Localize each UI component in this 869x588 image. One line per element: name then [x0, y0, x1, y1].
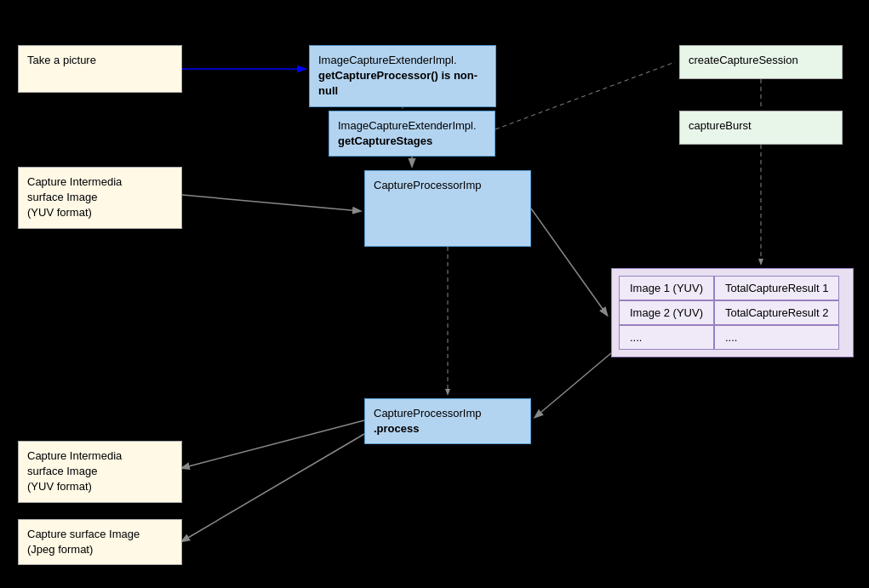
- get-capture-stages-node: ImageCaptureExtenderImpl. getCaptureStag…: [329, 111, 495, 157]
- capture-burst-node: captureBurst: [679, 111, 843, 145]
- get-capture-processor-node: ImageCaptureExtenderImpl. getCaptureProc…: [309, 45, 496, 107]
- svg-line-2: [495, 62, 675, 129]
- capture-surface-line2: (Jpeg format): [27, 543, 93, 556]
- capture-processor-imp2-line2: .process: [374, 422, 419, 435]
- capture-processor-imp2-line1: CaptureProcessorImp: [374, 407, 481, 420]
- purple-cell-2-1: Image 2 (YUV): [619, 300, 714, 325]
- capture-processor-imp1-label: CaptureProcessorImp: [374, 179, 481, 191]
- capture-processor-imp2-node: CaptureProcessorImp .process: [364, 398, 531, 444]
- svg-line-10: [182, 420, 364, 468]
- capture-surface-node: Capture surface Image (Jpeg format): [18, 519, 182, 565]
- capture-processor-imp1-node: CaptureProcessorImp: [364, 170, 531, 247]
- purple-cell-3-2: ....: [714, 325, 839, 350]
- capture-intermedia2-line3: (YUV format): [27, 480, 92, 493]
- purple-cell-3-1: ....: [619, 325, 714, 350]
- take-picture-label: Take a picture: [27, 54, 96, 66]
- get-capture-processor-line2: getCaptureProcessor() is non-null: [318, 69, 477, 97]
- purple-col2: TotalCaptureResult 1 TotalCaptureResult …: [714, 276, 839, 350]
- purple-col1: Image 1 (YUV) Image 2 (YUV) ....: [619, 276, 714, 350]
- capture-intermedia2-line1: Capture Intermedia: [27, 449, 122, 462]
- svg-line-8: [531, 208, 607, 315]
- purple-cell-2-2: TotalCaptureResult 2: [714, 300, 839, 325]
- capture-intermedia2-node: Capture Intermedia surface Image (YUV fo…: [18, 441, 182, 503]
- capture-intermedia1-line1: Capture Intermedia: [27, 175, 122, 188]
- capture-intermedia2-line2: surface Image: [27, 465, 97, 477]
- take-picture-node: Take a picture: [18, 45, 182, 93]
- get-capture-stages-line2: getCaptureStages: [338, 134, 432, 147]
- svg-line-6: [182, 195, 360, 211]
- purple-table-container: Image 1 (YUV) Image 2 (YUV) .... TotalCa…: [611, 268, 854, 357]
- get-capture-processor-line1: ImageCaptureExtenderImpl.: [318, 54, 457, 66]
- capture-burst-label: captureBurst: [689, 119, 752, 132]
- get-capture-stages-line1: ImageCaptureExtenderImpl.: [338, 119, 477, 132]
- svg-line-11: [182, 434, 364, 541]
- capture-intermedia1-line3: (YUV format): [27, 206, 92, 219]
- capture-intermedia1-line2: surface Image: [27, 191, 97, 203]
- purple-table: Image 1 (YUV) Image 2 (YUV) .... TotalCa…: [619, 276, 846, 350]
- capture-surface-line1: Capture surface Image: [27, 528, 140, 540]
- create-capture-session-node: createCaptureSession: [679, 45, 843, 79]
- capture-intermedia1-node: Capture Intermedia surface Image (YUV fo…: [18, 167, 182, 229]
- create-capture-session-label: createCaptureSession: [689, 54, 798, 66]
- purple-cell-1-2: TotalCaptureResult 1: [714, 276, 839, 300]
- diagram-container: Take a picture ImageCaptureExtenderImpl.…: [0, 0, 869, 588]
- svg-line-9: [535, 353, 611, 417]
- purple-cell-1-1: Image 1 (YUV): [619, 276, 714, 300]
